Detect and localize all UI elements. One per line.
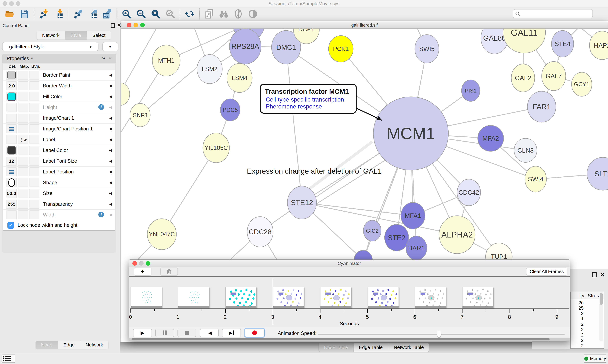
- property-row-transparency[interactable]: 255Transparency◀: [3, 199, 115, 209]
- expand-row-icon[interactable]: ◀: [109, 137, 112, 142]
- zoom-fit-button[interactable]: [151, 9, 161, 19]
- property-def-cell[interactable]: [6, 71, 17, 79]
- property-map-cell[interactable]: [18, 114, 28, 123]
- property-def-cell[interactable]: 12: [6, 157, 17, 166]
- property-byp-cell[interactable]: [29, 135, 40, 144]
- property-row-label-position[interactable]: Label Position◀: [3, 167, 115, 177]
- expand-row-icon[interactable]: ◀: [109, 202, 112, 207]
- property-byp-cell[interactable]: [29, 210, 40, 219]
- network-node-gcy1[interactable]: GCY1: [572, 72, 592, 96]
- import-network-button[interactable]: [39, 9, 49, 19]
- float-panel-icon[interactable]: [592, 272, 597, 277]
- property-map-cell[interactable]: [18, 124, 28, 133]
- property-row-label-color[interactable]: Label Color◀: [3, 145, 115, 156]
- frame-thumbnail-3[interactable]: [273, 287, 304, 308]
- style-options-button[interactable]: ▼: [102, 42, 118, 51]
- tab-network[interactable]: Network: [80, 341, 109, 349]
- network-node-ste12[interactable]: STE12: [287, 186, 317, 219]
- network-node-mfa2[interactable]: MFA2: [478, 125, 504, 151]
- annotation-link[interactable]: Cell-type-specific transcription: [266, 96, 356, 103]
- table-cell[interactable]: 25: [571, 305, 584, 311]
- property-map-cell[interactable]: [18, 71, 28, 79]
- expand-row-icon[interactable]: ◀: [109, 73, 112, 78]
- network-edge[interactable]: [317, 159, 388, 204]
- network-node-pck1[interactable]: PCK1: [329, 36, 353, 62]
- network-node-gic2[interactable]: GIC2: [363, 220, 381, 241]
- stop-button[interactable]: [178, 329, 196, 337]
- pause-button[interactable]: [155, 329, 174, 337]
- cyanimator-titlebar[interactable]: CyAnimator: [129, 260, 570, 267]
- close-panel-icon[interactable]: ✕: [117, 22, 122, 28]
- property-map-cell[interactable]: [18, 146, 28, 155]
- memory-button[interactable]: Memory: [584, 354, 607, 363]
- properties-header[interactable]: Properties ▼ » «: [2, 54, 116, 63]
- info-icon[interactable]: i: [98, 104, 104, 110]
- network-node-gal11[interactable]: GAL11: [503, 29, 545, 53]
- play-button[interactable]: ▶: [133, 329, 152, 337]
- property-def-cell[interactable]: [6, 103, 17, 112]
- property-map-cell[interactable]: ⋮>: [18, 135, 28, 144]
- property-map-cell[interactable]: [18, 178, 28, 187]
- timeline[interactable]: 0123456789 Seconds: [129, 277, 570, 328]
- info-icon[interactable]: i: [98, 212, 104, 217]
- refresh-view-button[interactable]: [185, 9, 195, 19]
- speed-slider-thumb[interactable]: [437, 331, 441, 338]
- network-node-cdc28[interactable]: CDC28: [247, 217, 273, 247]
- property-row-image-chart-1[interactable]: Image/Chart 1◀: [3, 113, 115, 123]
- import-table-button[interactable]: [53, 9, 64, 19]
- annotation-box[interactable]: Transcription factor MCM1 Cell-type-spec…: [260, 84, 357, 114]
- tab-edge-table[interactable]: Edge Table: [354, 343, 388, 352]
- property-byp-cell[interactable]: [29, 92, 40, 101]
- network-node-snf3[interactable]: SNF3: [130, 104, 150, 127]
- network-node-yil105c[interactable]: YIL105C: [203, 133, 229, 163]
- network-node-cdc42[interactable]: CDC42: [457, 179, 481, 206]
- property-byp-cell[interactable]: [29, 81, 40, 90]
- frame-thumbnail-7[interactable]: [462, 287, 493, 308]
- property-byp-cell[interactable]: [29, 200, 40, 208]
- property-byp-cell[interactable]: [29, 189, 40, 198]
- network-node-rps28a[interactable]: RPS28A: [229, 29, 261, 64]
- expand-row-icon[interactable]: ◀: [109, 126, 112, 131]
- network-edge[interactable]: [286, 47, 302, 203]
- expand-row-icon[interactable]: ◀: [109, 94, 112, 99]
- network-node-ynl047c[interactable]: YNL047C: [147, 219, 176, 250]
- property-def-cell[interactable]: [6, 168, 17, 176]
- property-byp-cell[interactable]: [29, 103, 40, 112]
- network-node-swi5[interactable]: SWI5: [415, 35, 439, 63]
- network-node-ste2[interactable]: STE2: [385, 224, 409, 251]
- network-node-far1[interactable]: FAR1: [527, 91, 556, 122]
- network-node-swi4[interactable]: SWI4: [525, 166, 546, 192]
- property-def-cell[interactable]: [6, 114, 17, 123]
- clear-all-frames-button[interactable]: Clear All Frames: [526, 268, 567, 275]
- expand-row-icon[interactable]: ◀: [109, 159, 112, 164]
- export-table-button[interactable]: [87, 9, 97, 19]
- frame-thumbnail-5[interactable]: [368, 287, 399, 308]
- network-node-gal2[interactable]: GAL2: [511, 64, 535, 92]
- frame-thumbnail-4[interactable]: [320, 287, 351, 308]
- expand-row-icon[interactable]: ◀: [109, 212, 112, 217]
- timeline-scrollbar[interactable]: [129, 338, 570, 341]
- panel-list-button[interactable]: [2, 354, 15, 363]
- frame-thumbnail-2[interactable]: [225, 287, 257, 308]
- network-node-bar1[interactable]: BAR1: [406, 236, 427, 260]
- network-edge[interactable]: [308, 142, 372, 190]
- collapse-all-icon[interactable]: «: [109, 55, 112, 61]
- property-row-width[interactable]: Widthi◀: [3, 209, 115, 220]
- network-node-cln3[interactable]: CLN3: [514, 138, 537, 162]
- column-header[interactable]: Stres: [588, 293, 599, 298]
- save-session-button[interactable]: [19, 9, 29, 19]
- network-node-pdc5[interactable]: PDC5: [221, 99, 240, 121]
- property-def-cell[interactable]: [6, 135, 17, 144]
- record-button[interactable]: [245, 329, 264, 337]
- property-def-cell[interactable]: [6, 124, 17, 133]
- style-selector[interactable]: galFiltered Style ▼: [2, 42, 98, 51]
- property-def-cell[interactable]: 50.0: [6, 189, 17, 198]
- expand-row-icon[interactable]: ◀: [109, 191, 112, 196]
- property-row-shape[interactable]: Shape◀: [3, 177, 115, 188]
- close-panel-icon[interactable]: ✕: [600, 272, 605, 278]
- tab-select[interactable]: Select: [87, 31, 111, 39]
- export-network-button[interactable]: [73, 9, 83, 19]
- network-node-hap2[interactable]: HAP2: [590, 31, 608, 60]
- search-input[interactable]: [522, 10, 590, 17]
- tab-style[interactable]: Style: [65, 31, 87, 39]
